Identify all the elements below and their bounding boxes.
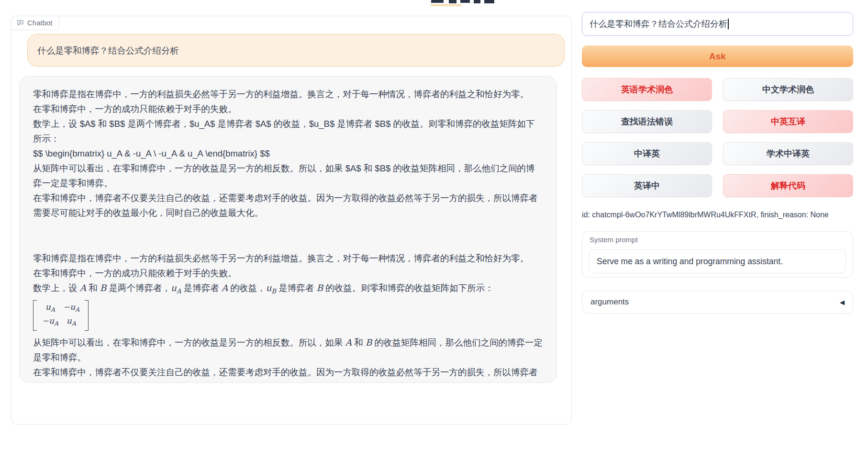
math-var: A [222, 283, 228, 293]
bot-rendered-line-2: 在零和博弈中，一方的成功只能依赖于对手的失败。 [33, 266, 543, 280]
matrix-right-bracket [85, 300, 89, 331]
bot-rendered-line-1: 零和博弈是指在博弈中，一方的利益损失必然等于另一方的利益增益。换言之，对于每一种… [33, 251, 543, 266]
chatbot-label: Chatbot [11, 16, 59, 30]
arguments-accordion-label: arguments [590, 297, 629, 307]
preset-button-5[interactable]: 中译英 [582, 142, 712, 165]
matrix-left-bracket [33, 300, 37, 331]
preset-button-grid: 英语学术润色中文学术润色查找语法错误中英互译中译英学术中译英英译中解释代码 [582, 78, 853, 197]
ask-button[interactable]: Ask [582, 45, 853, 67]
matrix-cell: uA [61, 315, 82, 329]
math-var: A [80, 283, 86, 293]
prompt-input-value: 什么是零和博弈？结合公式介绍分析 [590, 18, 727, 30]
preset-button-8[interactable]: 解释代码 [723, 174, 853, 197]
matrix-cell: −uA [40, 315, 61, 329]
completion-status-line: id: chatcmpl-6wOo7KrYTwMl89lbrMWRu4UkFFX… [582, 211, 853, 219]
math-var: B [316, 283, 323, 293]
system-prompt-label: System prompt [590, 236, 638, 244]
system-prompt-group: System prompt Serve me as a writing and … [582, 231, 853, 278]
bot-rendered-math-line: 数学上，设 A 和 B 是两个博弈者，uA 是博弈者 A 的收益，uB 是博弈者… [33, 280, 543, 299]
matrix-row: −uAuA [40, 315, 82, 329]
math-var: −uA [42, 316, 58, 325]
math-var: uA [45, 302, 55, 312]
preset-button-3[interactable]: 查找语法错误 [582, 110, 712, 133]
text-caret [728, 19, 729, 29]
math-var: uA [171, 283, 181, 293]
math-var: uB [266, 283, 276, 293]
payoff-matrix: uA−uA−uAuA [33, 300, 89, 331]
preset-button-4[interactable]: 中英互译 [723, 110, 853, 133]
math-var: −uA [63, 302, 79, 312]
preset-button-2[interactable]: 中文学术润色 [723, 78, 853, 101]
arguments-accordion[interactable]: arguments ◀ [582, 291, 853, 314]
math-var: A [345, 337, 352, 348]
bot-rendered-after-matrix: 从矩阵中可以看出，在零和博弈中，一方的收益是另一方的相反数。所以，如果 A 和 … [33, 335, 543, 365]
matrix-row: uA−uA [40, 302, 82, 315]
preset-button-6[interactable]: 学术中译英 [723, 142, 853, 165]
accordion-collapse-icon: ◀ [840, 299, 845, 306]
system-prompt-value: Serve me as a writing and programming as… [597, 257, 783, 267]
math-var: B [100, 283, 107, 293]
preset-button-7[interactable]: 英译中 [582, 174, 712, 197]
system-prompt-input[interactable]: Serve me as a writing and programming as… [589, 249, 846, 273]
matrix-cell: −uA [61, 302, 82, 315]
preset-button-1[interactable]: 英语学术润色 [582, 78, 712, 101]
bot-rendered-last-line: 在零和博弈中，博弈者不仅要关注自己的收益，还需要考虑对手的收益。因为一方取得的收… [33, 365, 543, 383]
math-var: uA [67, 316, 76, 325]
matrix-cell: uA [40, 302, 61, 315]
chat-bubble-icon [17, 19, 24, 26]
chatbot-label-text: Chatbot [27, 19, 53, 27]
bot-raw-markdown-text: 零和博弈是指在博弈中，一方的利益损失必然等于另一方的利益增益。换言之，对于每一种… [33, 87, 543, 220]
user-message-text: 什么是零和博弈？结合公式介绍分析 [37, 45, 179, 56]
user-message-bubble: 什么是零和博弈？结合公式介绍分析 [27, 34, 565, 67]
bot-message-gap [33, 220, 543, 251]
bot-message-bubble: 零和博弈是指在博弈中，一方的利益损失必然等于另一方的利益增益。换言之，对于每一种… [19, 76, 557, 383]
chatbot-panel: Chatbot 什么是零和博弈？结合公式介绍分析 零和博弈是指在博弈中，一方的利… [11, 16, 572, 425]
math-var: B [366, 337, 372, 348]
prompt-input[interactable]: 什么是零和博弈？结合公式介绍分析 [582, 12, 853, 36]
